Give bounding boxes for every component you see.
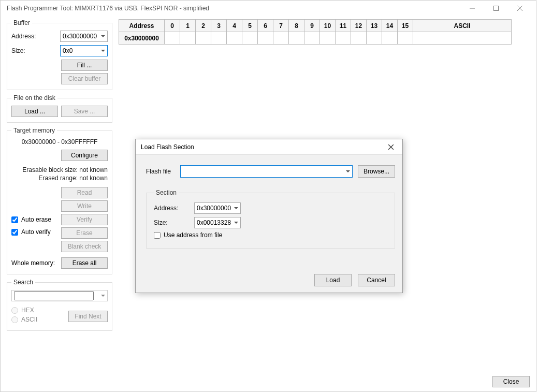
- col-13: 13: [367, 20, 382, 32]
- target-legend: Target memory: [11, 127, 57, 134]
- cell[interactable]: [320, 32, 336, 45]
- chevron-down-icon: [101, 295, 105, 297]
- hex-radio-label: HEX: [21, 307, 34, 314]
- address-value: 0x30000000: [63, 33, 97, 40]
- cell[interactable]: [351, 32, 367, 45]
- col-4: 4: [227, 20, 242, 32]
- size-value: 0x0: [63, 47, 72, 54]
- ascii-cell[interactable]: [413, 32, 512, 45]
- cell[interactable]: [227, 32, 242, 45]
- chevron-down-icon: [346, 170, 350, 172]
- file-group: File on the disk Load ... Save ...: [7, 94, 112, 123]
- erase-button[interactable]: Erase: [61, 227, 108, 239]
- configure-button[interactable]: Configure: [61, 150, 108, 161]
- addr-header: Address: [119, 20, 165, 32]
- use-address-label: Use address from file: [164, 231, 222, 239]
- cell[interactable]: [398, 32, 413, 45]
- cell[interactable]: [242, 32, 258, 45]
- read-button[interactable]: Read: [61, 187, 108, 198]
- col-8: 8: [289, 20, 304, 32]
- chevron-down-icon: [101, 50, 105, 52]
- col-14: 14: [382, 20, 398, 32]
- cell[interactable]: [382, 32, 398, 45]
- erase-all-button[interactable]: Erase all: [61, 257, 108, 269]
- section-address-combo[interactable]: 0x30000000: [194, 202, 241, 214]
- find-next-button[interactable]: Find Next: [68, 311, 108, 322]
- svg-rect-1: [494, 6, 499, 11]
- flash-file-input[interactable]: [183, 168, 346, 175]
- address-label: Address:: [11, 33, 48, 40]
- clear-buffer-button[interactable]: Clear buffer: [61, 73, 108, 84]
- search-field[interactable]: [14, 291, 94, 300]
- section-size-label: Size:: [154, 219, 190, 226]
- hex-radio[interactable]: [11, 307, 18, 314]
- cell[interactable]: [289, 32, 304, 45]
- dialog-close-icon[interactable]: [385, 141, 397, 153]
- dialog-titlebar: Load Flash Section: [136, 139, 402, 155]
- target-group: Target memory 0x30000000 - 0x30FFFFFF Co…: [7, 127, 112, 274]
- auto-erase-checkbox[interactable]: [11, 216, 18, 223]
- maximize-icon[interactable]: [484, 1, 508, 16]
- size-label: Size:: [11, 47, 48, 54]
- ascii-radio[interactable]: [11, 316, 18, 323]
- ascii-radio-label: ASCII: [21, 316, 37, 323]
- col-12: 12: [351, 20, 367, 32]
- hex-table: Address 0 1 2 3 4 5 6 7 8 9 10 11 12: [119, 19, 512, 45]
- close-icon[interactable]: [508, 1, 532, 16]
- buffer-legend: Buffer: [11, 19, 32, 26]
- cell[interactable]: [367, 32, 382, 45]
- erasable-block-text: Erasable block size: not known: [11, 166, 108, 173]
- erased-range-text: Erased range: not known: [11, 175, 108, 182]
- section-legend: Section: [154, 189, 179, 196]
- save-file-button[interactable]: Save ...: [61, 106, 108, 117]
- browse-button[interactable]: Browse...: [358, 165, 395, 178]
- verify-button[interactable]: Verify: [61, 214, 108, 225]
- section-size-value: 0x00013328: [197, 219, 231, 226]
- file-legend: File on the disk: [11, 94, 57, 101]
- section-group: Section Address: 0x30000000 Size: 0x0001…: [146, 189, 395, 249]
- size-combo[interactable]: 0x0: [60, 45, 108, 56]
- chevron-down-icon: [234, 222, 238, 224]
- write-button[interactable]: Write: [61, 200, 108, 212]
- section-address-label: Address:: [154, 205, 190, 212]
- cell[interactable]: [211, 32, 227, 45]
- use-address-checkbox[interactable]: [154, 232, 161, 239]
- cell[interactable]: [273, 32, 289, 45]
- chevron-down-icon: [234, 207, 238, 209]
- col-15: 15: [398, 20, 413, 32]
- cell[interactable]: [165, 32, 180, 45]
- dialog-cancel-button[interactable]: Cancel: [358, 274, 395, 286]
- dialog-load-button[interactable]: Load: [314, 274, 352, 286]
- section-size-combo[interactable]: 0x00013328: [194, 217, 241, 228]
- search-input[interactable]: [11, 290, 108, 301]
- load-file-button[interactable]: Load ...: [11, 106, 58, 117]
- search-legend: Search: [11, 279, 35, 286]
- cell[interactable]: [258, 32, 273, 45]
- cell[interactable]: [336, 32, 351, 45]
- whole-memory-label: Whole memory:: [11, 259, 55, 267]
- col-10: 10: [320, 20, 336, 32]
- row-address: 0x30000000: [119, 32, 165, 45]
- buffer-group: Buffer Address: 0x30000000 Size: 0x0: [7, 19, 112, 90]
- auto-verify-checkbox[interactable]: [11, 229, 18, 236]
- col-1: 1: [180, 20, 196, 32]
- blank-check-button[interactable]: Blank check: [61, 241, 108, 252]
- chevron-down-icon: [101, 35, 105, 37]
- cell[interactable]: [196, 32, 211, 45]
- left-panel: Buffer Address: 0x30000000 Size: 0x0: [1, 16, 115, 391]
- cell[interactable]: [180, 32, 196, 45]
- minimize-icon[interactable]: [460, 1, 484, 16]
- fill-button[interactable]: Fill ...: [61, 60, 108, 71]
- close-button[interactable]: Close: [492, 376, 530, 387]
- col-5: 5: [242, 20, 258, 32]
- col-3: 3: [211, 20, 227, 32]
- auto-erase-label: Auto erase: [21, 216, 51, 223]
- address-combo[interactable]: 0x30000000: [60, 31, 108, 42]
- flash-file-combo[interactable]: [180, 165, 353, 178]
- titlebar: Flash Programmer Tool: MIMXRT1176 via US…: [1, 1, 536, 16]
- col-6: 6: [258, 20, 273, 32]
- table-row: 0x30000000: [119, 32, 512, 45]
- dialog-title: Load Flash Section: [141, 143, 385, 151]
- col-9: 9: [304, 20, 320, 32]
- cell[interactable]: [304, 32, 320, 45]
